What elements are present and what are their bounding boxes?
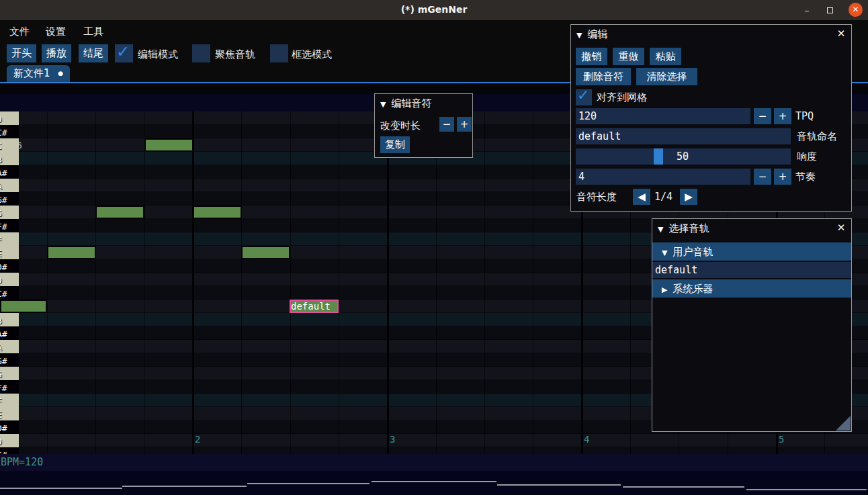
duration-plus-button[interactable]: + <box>457 117 472 132</box>
tpq-label: TPQ <box>795 110 814 122</box>
snap-to-grid-label: 对齐到网格 <box>597 91 647 104</box>
track-name-label: 音轨命名 <box>797 130 837 143</box>
note-length-prev-button[interactable]: ◀ <box>633 189 650 205</box>
snap-to-grid-checkbox[interactable]: ✓ <box>576 89 592 105</box>
go-end-button[interactable]: 结尾 <box>79 44 108 62</box>
minimize-button[interactable]: – <box>799 3 814 17</box>
track-name-input[interactable] <box>576 128 791 144</box>
edit-panel-title: ▼编辑 <box>576 28 607 41</box>
paste-button[interactable]: 粘贴 <box>650 48 681 65</box>
copy-note-button[interactable]: 复制 <box>380 136 410 153</box>
box-select-checkbox[interactable] <box>270 44 288 62</box>
play-button[interactable]: 播放 <box>42 44 71 62</box>
clear-selection-button[interactable]: 清除选择 <box>636 68 697 85</box>
restore-button[interactable] <box>822 3 837 17</box>
check-icon: ✓ <box>577 87 589 103</box>
note[interactable] <box>241 246 290 259</box>
edit-panel-close-icon[interactable]: ✕ <box>835 28 847 40</box>
pitch-contour-line <box>623 486 744 488</box>
title-bar[interactable]: (*) mGenNer – ✕ <box>0 0 868 20</box>
tab-label: 新文件1 <box>13 67 50 79</box>
volume-label: 响度 <box>797 150 817 163</box>
rhythm-minus-button[interactable]: − <box>754 169 771 185</box>
volume-value: 50 <box>677 150 689 163</box>
close-button[interactable]: ✕ <box>849 3 863 17</box>
note-length-value: 1/4 <box>654 191 672 203</box>
note[interactable] <box>144 138 193 152</box>
focus-track-checkbox[interactable] <box>192 44 210 62</box>
window-title: (*) mGenNer <box>0 4 868 15</box>
note[interactable] <box>95 206 144 219</box>
track-panel-close-icon[interactable]: ✕ <box>835 222 847 234</box>
panel-resize-handle[interactable] <box>836 416 851 431</box>
note[interactable] <box>47 246 96 259</box>
check-icon: ✓ <box>116 42 130 61</box>
pitch-contour-line <box>372 481 496 482</box>
pitch-contour-line <box>122 486 247 487</box>
pitch-contour-line <box>247 483 370 484</box>
note[interactable] <box>0 300 47 313</box>
tpq-input[interactable] <box>576 108 750 124</box>
overview-footer: BPM=120 <box>0 454 868 495</box>
note-length-label: 音符长度 <box>576 191 617 204</box>
app-window: (*) mGenNer – ✕ 文件 设置 工具 开头 播放 结尾 ✓ 编辑模式… <box>0 0 868 495</box>
edit-mode-checkbox[interactable]: ✓ <box>115 44 133 62</box>
collapse-icon[interactable]: ▼ <box>658 225 663 234</box>
edit-note-panel-title: ▼编辑音符 <box>380 97 431 110</box>
bpm-label: BPM=120 <box>1 456 43 468</box>
collapse-icon[interactable]: ▼ <box>576 31 582 40</box>
edit-panel[interactable]: ▼编辑 ✕ 撤销 重做 粘贴 删除音符 清除选择 ✓ 对齐到网格 − + TPQ… <box>570 24 852 212</box>
tab-new-file-1[interactable]: 新文件1 ● <box>7 65 70 82</box>
pitch-contour-line <box>746 489 867 490</box>
menu-settings[interactable]: 设置 <box>46 26 66 38</box>
unsaved-dot-icon: ● <box>58 70 63 77</box>
collapse-icon[interactable]: ▼ <box>380 100 386 109</box>
tpq-plus-button[interactable]: + <box>774 108 791 124</box>
pitch-contour-line <box>0 488 122 489</box>
system-instruments-group[interactable]: ▶系统乐器 <box>652 279 851 298</box>
rhythm-plus-button[interactable]: + <box>774 169 791 185</box>
go-start-button[interactable]: 开头 <box>7 44 36 62</box>
redo-button[interactable]: 重做 <box>613 48 644 65</box>
delete-note-button[interactable]: 删除音符 <box>576 68 631 85</box>
restore-icon <box>827 7 833 13</box>
tpq-minus-button[interactable]: − <box>754 108 771 124</box>
box-select-label: 框选模式 <box>292 48 332 61</box>
menu-tools[interactable]: 工具 <box>83 26 103 38</box>
change-duration-label: 改变时长 <box>380 120 421 132</box>
edit-note-panel[interactable]: ▼编辑音符 改变时长 − + 复制 <box>374 93 473 158</box>
footer-band <box>0 454 868 471</box>
expand-icon: ▶ <box>662 285 667 294</box>
menu-file[interactable]: 文件 <box>9 26 30 38</box>
track-panel-title: ▼选择音轨 <box>658 222 709 235</box>
selected-note[interactable]: default <box>290 300 339 313</box>
focus-track-label: 聚焦音轨 <box>215 48 255 61</box>
user-tracks-group[interactable]: ▼用户音轨 <box>652 242 851 261</box>
rhythm-input[interactable] <box>576 169 750 185</box>
collapse-icon: ▼ <box>662 249 667 257</box>
volume-slider-handle[interactable] <box>654 148 663 165</box>
track-item-default[interactable]: default <box>652 262 851 279</box>
volume-slider[interactable]: 50 <box>576 148 791 165</box>
undo-button[interactable]: 撤销 <box>576 48 607 65</box>
duration-minus-button[interactable]: − <box>439 117 454 132</box>
pitch-contour-line <box>497 484 621 486</box>
edit-mode-label: 编辑模式 <box>138 48 178 61</box>
rhythm-label: 节奏 <box>795 171 816 183</box>
note[interactable] <box>193 206 242 219</box>
note-length-next-button[interactable]: ▶ <box>680 189 697 205</box>
track-select-panel[interactable]: ▼选择音轨 ✕ ▼用户音轨 default ▶系统乐器 <box>652 218 852 432</box>
